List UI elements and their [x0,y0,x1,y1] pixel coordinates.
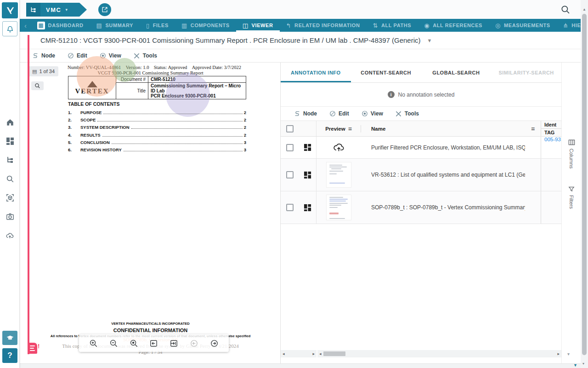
zoom-reset-icon[interactable] [129,339,138,348]
view-menu[interactable]: View [100,52,121,59]
vscroll-thumb[interactable] [582,14,587,355]
preview-sort-icon[interactable]: ≡ [348,125,352,132]
toc-item: 3.SYSTEM DESCRIPTION2 [68,125,246,130]
document-page[interactable]: Number: VV-QUAL-44861 Version: 1.0 Statu… [34,63,266,363]
document-thumbnail [326,162,351,188]
toc-item: 5.CONCLUSION3 [68,140,246,145]
3d-scan-icon[interactable] [6,193,15,202]
annotation-empty-state: i No annotation selected [281,83,561,107]
edit-menu[interactable]: Edit [329,110,349,117]
scroll-left-icon[interactable]: ◂ [319,351,322,356]
identifier-column-header[interactable]: Ident TAG [541,121,561,136]
tools-menu[interactable]: Tools [396,110,419,117]
tab-annotation-info[interactable]: ANNOTATION INFO [281,63,351,82]
cloud-upload-icon[interactable] [6,231,15,240]
vertex-logo-icon [5,6,15,16]
tabs-scroll-left-icon[interactable]: ‹ [20,19,31,32]
graduation-cap-icon [6,334,14,342]
node-menu[interactable]: Node [32,52,55,59]
document-alert-icon[interactable]: ! [28,343,40,354]
tree-icon[interactable] [6,155,15,165]
tools-menu[interactable]: Tools [134,52,157,59]
item-name[interactable]: VR-53612 : List of qualified systems and… [371,172,525,178]
tab-all-paths[interactable]: ⇅ ALL PATHS [366,19,418,32]
edit-workspace-button[interactable] [98,3,111,16]
columns-toggle[interactable]: Columns [562,139,581,168]
page-vertical-scrollbar[interactable]: ▲ ▾ [581,0,588,368]
tab-global-search[interactable]: GLOBAL-SEARCH [421,63,492,82]
hierarchy-tab-icon: ⋔ [563,22,569,29]
identifier-link[interactable]: 005-93 [541,137,561,142]
doc-title-label: Title [116,83,148,99]
zoom-out-icon[interactable] [109,339,119,348]
tab-related-information[interactable]: ↰ RELATED INFORMATION [280,19,367,32]
fit-width-icon[interactable] [170,339,179,348]
left-sidebar: ? [0,0,20,368]
workspace-selector[interactable]: VMC ▾ [26,3,87,17]
fit-page-icon[interactable] [149,339,158,348]
scroll-down-icon[interactable]: ▾ [582,362,584,366]
dashboard-grid-icon[interactable] [299,159,317,191]
dashboard-grid-icon[interactable] [299,191,317,224]
edit-square-icon [102,6,108,13]
training-button[interactable] [2,331,17,345]
tab-components[interactable]: ▥ COMPONENTS [175,19,236,32]
preview-hscrollbar[interactable]: ◂ ▸ [281,350,317,357]
row-checkbox[interactable] [286,144,294,151]
cloud-upload-icon [333,141,345,154]
tab-measurements[interactable]: ◎ MEASUREMENTS [489,19,557,32]
tab-viewer[interactable]: ◫ VIEWER [236,19,280,32]
row-checkbox[interactable] [286,204,294,211]
doc-title-value: Commissioning Summary Report – Micro ID … [148,83,246,99]
item-name[interactable]: Purifier Filtered PCR Enclosure, Worksta… [371,144,525,151]
type-column-header [299,121,317,136]
camera-icon[interactable] [6,212,15,221]
doc-status: Status: Approved [154,65,187,70]
dashboard-icon[interactable] [6,137,15,146]
title-caret-icon[interactable]: ▼ [427,38,432,43]
scroll-right-icon[interactable]: ▸ [312,351,315,356]
annotation-panel-tabs: ANNOTATION INFO CONTENT-SEARCH GLOBAL-SE… [281,63,561,83]
global-search-icon[interactable] [560,5,571,15]
help-button[interactable]: ? [2,348,17,363]
view-menu[interactable]: View [362,110,383,117]
name-column-header[interactable]: Name [371,126,385,132]
table-row[interactable]: Purifier Filtered PCR Enclosure, Worksta… [281,137,561,159]
name-menu-icon[interactable]: ≡ [531,125,535,132]
edit-menu[interactable]: Edit [68,52,87,59]
preview-cell[interactable] [317,191,361,224]
select-all-checkbox[interactable] [286,125,294,132]
tab-all-references[interactable]: ◉ ALL REFERENCES [418,19,489,32]
tab-content-search[interactable]: CONTENT-SEARCH [351,63,421,82]
vertex-logo-button[interactable] [2,2,18,18]
previous-page-icon[interactable] [189,339,198,348]
scroll-up-icon[interactable]: ▲ [582,7,586,12]
hscroll-thumb[interactable] [323,351,345,356]
row-checkbox[interactable] [286,171,294,178]
filter-funnel-icon [568,186,575,192]
tab-files[interactable]: ▯ FILES [140,19,175,32]
filters-toggle[interactable]: Filters [562,186,581,209]
table-row[interactable]: SOP-0789b_t : SOP-0789b_t - Vertex Commi… [281,191,561,224]
preview-column-header[interactable]: Preview [325,126,345,132]
strip-scroll-down-icon[interactable]: ▾ [567,351,570,356]
table-row[interactable]: VR-53612 : List of qualified systems and… [281,159,561,191]
preview-cell[interactable] [317,137,361,158]
table-hscrollbar[interactable]: ◂ ▸ [317,350,561,357]
node-menu[interactable]: Node [294,110,317,117]
zoom-in-icon[interactable] [89,339,98,348]
scroll-right-icon[interactable]: ▸ [557,351,560,356]
scroll-left-icon[interactable]: ◂ [283,351,285,356]
tab-summary[interactable]: ▤ SUMMARY [90,19,140,32]
tools-icon [396,110,402,117]
tab-dashboard[interactable]: ▦ DASHBOARD [31,19,90,32]
home-icon[interactable] [6,118,15,127]
item-name[interactable]: SOP-0789b_t : SOP-0789b_t - Vertex Commi… [371,204,525,211]
dashboard-grid-icon[interactable] [299,137,317,158]
bottom-caret-icon[interactable]: ▼ [573,363,577,368]
next-page-icon[interactable] [209,339,219,348]
search-icon[interactable] [6,174,15,184]
notifications-button[interactable] [2,21,17,36]
view-icon [100,52,106,59]
preview-cell[interactable] [317,159,361,191]
